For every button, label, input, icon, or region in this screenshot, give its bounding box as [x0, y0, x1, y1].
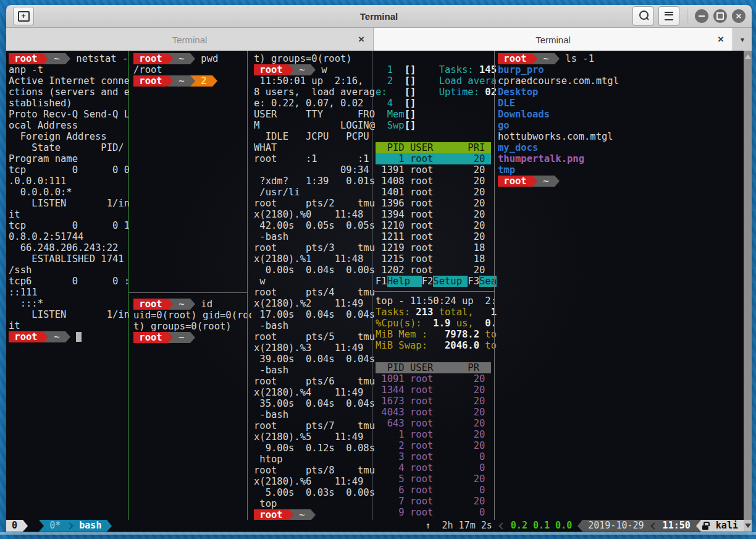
pane-divider-active	[128, 51, 128, 520]
tmux-pane-id[interactable]: root ~ iduid=0(root) gid=0(root) groups=…	[129, 293, 251, 520]
close-button[interactable]: ×	[732, 9, 746, 23]
titlebar: Terminal + ×	[6, 5, 752, 28]
tab-bar: Terminal × Terminal × ▼	[6, 28, 752, 52]
tab-label: Terminal	[536, 35, 571, 45]
search-button[interactable]	[632, 6, 653, 26]
pane-divider	[494, 51, 495, 520]
tab-list-dropdown-button[interactable]: ▼	[733, 28, 752, 51]
maximize-icon	[716, 12, 724, 20]
tmux-pane-ls[interactable]: root ~ ls -1burp_procpraedcourse.com.mtg…	[495, 51, 746, 520]
scroll-down-button[interactable]	[744, 520, 752, 532]
tmux-pane-top[interactable]: top - 11:50:24 up 2:Tasks: 213 total, 1%…	[373, 292, 497, 520]
new-tab-button[interactable]: +	[13, 7, 34, 25]
maximize-button[interactable]	[713, 9, 727, 23]
pane-divider	[372, 51, 372, 520]
tab-terminal-1[interactable]: Terminal ×	[6, 28, 374, 51]
tmux-pane-htop[interactable]: 1 [] Tasks: 145, 2 [] Load average: [] U…	[373, 51, 497, 294]
pane-divider	[247, 51, 248, 520]
minimize-button[interactable]	[695, 9, 708, 23]
hamburger-menu-icon	[665, 12, 673, 20]
minimize-icon	[699, 15, 705, 17]
tmux-status-bar: 0 0* bash ↑ 2h 17m 2s 0.2 0.1 0.0 2019-1…	[6, 520, 752, 532]
search-icon	[639, 11, 649, 20]
tmux-pane-pwd[interactable]: root ~ pwd/root root ~ 2	[129, 51, 251, 295]
tmux-pane-w[interactable]: t) groups=0(root) root ~ w 11:50:01 up 2…	[248, 51, 377, 520]
tab-label: Terminal	[172, 35, 208, 45]
tmux-status-right: ↑ 2h 17m 2s 0.2 0.1 0.0 2019-10-29 11:50…	[425, 520, 744, 532]
tmux-session-window-list[interactable]: 0 0* bash	[6, 520, 112, 532]
new-tab-icon: +	[18, 11, 30, 22]
menu-button[interactable]	[658, 6, 679, 26]
tmux-pane-netstat[interactable]: root ~ netstat -anp -tActive Internet co…	[7, 51, 129, 520]
terminal-screen: root ~ netstat -anp -tActive Internet co…	[6, 51, 752, 520]
scroll-up-icon[interactable]	[745, 54, 751, 59]
chevron-down-icon: ▼	[739, 36, 746, 43]
terminal-window: Terminal + ×	[6, 5, 752, 532]
tab-terminal-2[interactable]: Terminal ×	[374, 28, 733, 51]
desktop-background: Terminal + ×	[0, 0, 756, 539]
scrollbar[interactable]	[744, 51, 752, 520]
titlebar-separator	[687, 9, 687, 23]
